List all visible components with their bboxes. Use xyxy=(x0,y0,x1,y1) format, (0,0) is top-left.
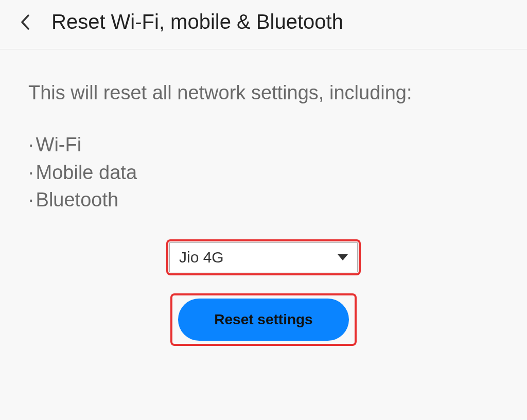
chevron-down-icon xyxy=(338,254,348,260)
dropdown-selected-label: Jio 4G xyxy=(179,249,224,266)
header: Reset Wi-Fi, mobile & Bluetooth xyxy=(0,0,527,49)
back-button[interactable] xyxy=(15,12,36,32)
bullet-wifi: Wi-Fi xyxy=(28,131,499,159)
chevron-left-icon xyxy=(20,14,31,30)
reset-settings-button[interactable]: Reset settings xyxy=(178,299,349,341)
dropdown-highlight: Jio 4G xyxy=(166,239,361,275)
content-area: This will reset all network settings, in… xyxy=(0,49,527,377)
carrier-dropdown[interactable]: Jio 4G xyxy=(169,242,358,272)
controls: Jio 4G Reset settings xyxy=(28,239,499,346)
description-text: This will reset all network settings, in… xyxy=(28,80,499,106)
bullet-list: Wi-Fi Mobile data Bluetooth xyxy=(28,131,499,214)
bullet-mobile-data: Mobile data xyxy=(28,159,499,186)
bullet-bluetooth: Bluetooth xyxy=(28,186,499,214)
reset-button-label: Reset settings xyxy=(214,311,312,328)
button-highlight: Reset settings xyxy=(170,293,357,346)
page-title: Reset Wi-Fi, mobile & Bluetooth xyxy=(51,10,343,33)
